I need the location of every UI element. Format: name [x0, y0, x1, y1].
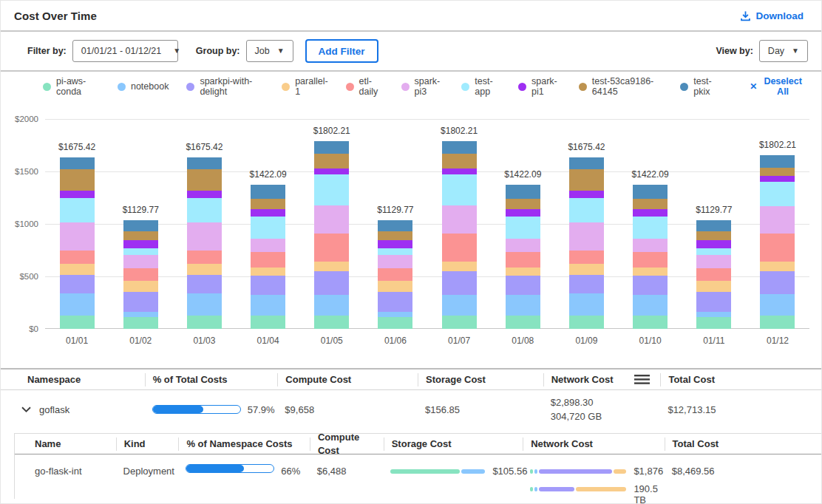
- bar-segment-test-53ca9186-64145[interactable]: [187, 169, 222, 191]
- bar-segment-notebook[interactable]: [60, 293, 95, 316]
- bar-segment-notebook[interactable]: [569, 293, 604, 316]
- bar-segment-etl-daily[interactable]: [187, 251, 222, 265]
- bar-segment-etl-daily[interactable]: [314, 234, 349, 262]
- bar-segment-spark-pi3[interactable]: [696, 255, 731, 269]
- deselect-all-button[interactable]: ✕ Deselect All: [745, 75, 808, 98]
- bar-segment-test-pkix[interactable]: [314, 141, 349, 154]
- bar-segment-test-53ca9186-64145[interactable]: [123, 231, 158, 241]
- bar-segment-spark-pi1[interactable]: [251, 209, 285, 217]
- bar-segment-test-app[interactable]: [506, 217, 540, 239]
- bar-segment-test-app[interactable]: [187, 198, 222, 222]
- bar-segment-test-53ca9186-64145[interactable]: [251, 199, 285, 210]
- bar-segment-test-pkix[interactable]: [442, 141, 477, 154]
- bar-segment-parallel-1[interactable]: [60, 264, 95, 275]
- bar-segment-etl-daily[interactable]: [506, 252, 540, 268]
- legend-item[interactable]: sparkpi-with-delight: [186, 76, 264, 97]
- bar-segment-pi-aws-conda[interactable]: [696, 317, 731, 329]
- legend-item[interactable]: etl-daily: [346, 76, 384, 97]
- bar-segment-etl-daily[interactable]: [123, 268, 158, 281]
- bar-segment-notebook[interactable]: [314, 295, 349, 316]
- bar-segment-parallel-1[interactable]: [314, 262, 349, 271]
- legend-item[interactable]: spark-pi3: [401, 76, 444, 97]
- bar-segment-sparkpi-with-delight[interactable]: [506, 276, 540, 295]
- bar-segment-pi-aws-conda[interactable]: [442, 316, 477, 329]
- bar-segment-etl-daily[interactable]: [442, 234, 477, 262]
- bar-segment-spark-pi3[interactable]: [314, 205, 349, 233]
- bar-segment-test-app[interactable]: [378, 248, 412, 255]
- bar-segment-notebook[interactable]: [442, 295, 477, 316]
- stacked-bar[interactable]: [569, 157, 604, 329]
- bar-segment-sparkpi-with-delight[interactable]: [187, 275, 222, 293]
- bar-segment-pi-aws-conda[interactable]: [633, 316, 668, 329]
- namespace-row-goflask[interactable]: goflask 57.9% $9,658 $156.85 $2,898.30 3…: [1, 390, 821, 429]
- bar-segment-notebook[interactable]: [378, 312, 412, 317]
- bar-segment-notebook[interactable]: [123, 312, 158, 317]
- bar-segment-spark-pi1[interactable]: [633, 209, 668, 217]
- bar-segment-etl-daily[interactable]: [251, 252, 285, 268]
- stacked-bar[interactable]: [506, 185, 540, 329]
- bar-segment-test-app[interactable]: [314, 174, 349, 205]
- bar-segment-spark-pi1[interactable]: [569, 191, 604, 198]
- bar-segment-spark-pi1[interactable]: [506, 209, 540, 217]
- bar-segment-spark-pi1[interactable]: [760, 176, 795, 182]
- col-inner-storage-cost[interactable]: Storage Cost: [384, 437, 523, 451]
- bar-segment-parallel-1[interactable]: [442, 262, 477, 271]
- bar-segment-etl-daily[interactable]: [378, 268, 412, 281]
- bar-segment-parallel-1[interactable]: [569, 264, 604, 275]
- bar-segment-test-app[interactable]: [696, 248, 731, 255]
- legend-item[interactable]: notebook: [118, 81, 169, 92]
- col-compute-cost[interactable]: Compute Cost: [277, 373, 418, 386]
- bar-segment-test-53ca9186-64145[interactable]: [696, 231, 731, 241]
- bar-segment-pi-aws-conda[interactable]: [187, 316, 222, 329]
- legend-item[interactable]: test-pkix: [680, 76, 720, 97]
- bar-segment-spark-pi1[interactable]: [123, 240, 158, 248]
- date-range-dropdown[interactable]: 01/01/21 - 01/12/21 ▼: [72, 40, 178, 62]
- download-button[interactable]: Download: [736, 10, 809, 22]
- bar-segment-pi-aws-conda[interactable]: [506, 316, 540, 329]
- bar-segment-etl-daily[interactable]: [760, 234, 795, 262]
- bar-segment-sparkpi-with-delight[interactable]: [569, 275, 604, 293]
- col-pct-total[interactable]: % of Total Costs: [145, 373, 278, 386]
- bar-segment-pi-aws-conda[interactable]: [251, 316, 285, 329]
- legend-item[interactable]: spark-pi1: [518, 76, 561, 97]
- legend-item[interactable]: test-app: [461, 76, 500, 97]
- bar-segment-etl-daily[interactable]: [60, 251, 95, 265]
- bar-segment-spark-pi3[interactable]: [378, 255, 412, 269]
- col-inner-total-cost[interactable]: Total Cost: [665, 437, 821, 451]
- bar-segment-pi-aws-conda[interactable]: [569, 316, 604, 329]
- bar-segment-sparkpi-with-delight[interactable]: [760, 271, 795, 294]
- stacked-bar[interactable]: [251, 185, 285, 329]
- bar-segment-spark-pi3[interactable]: [442, 205, 477, 233]
- legend-item[interactable]: parallel-1: [282, 76, 327, 97]
- col-name[interactable]: Name: [15, 437, 116, 451]
- bar-segment-test-pkix[interactable]: [378, 220, 412, 231]
- bar-segment-test-app[interactable]: [442, 174, 477, 205]
- bar-segment-test-53ca9186-64145[interactable]: [60, 169, 95, 191]
- stacked-bar[interactable]: [123, 220, 158, 329]
- bar-segment-spark-pi3[interactable]: [187, 222, 222, 251]
- bar-segment-test-pkix[interactable]: [696, 220, 731, 231]
- bar-segment-sparkpi-with-delight[interactable]: [378, 292, 412, 312]
- bar-segment-spark-pi3[interactable]: [569, 222, 604, 251]
- bar-segment-sparkpi-with-delight[interactable]: [696, 292, 731, 312]
- bar-segment-spark-pi3[interactable]: [60, 222, 95, 251]
- bar-segment-spark-pi1[interactable]: [442, 168, 477, 174]
- bar-segment-spark-pi3[interactable]: [633, 239, 668, 252]
- bar-segment-spark-pi1[interactable]: [60, 191, 95, 198]
- bar-segment-test-app[interactable]: [60, 198, 95, 222]
- bar-segment-parallel-1[interactable]: [760, 262, 795, 271]
- bar-segment-pi-aws-conda[interactable]: [123, 317, 158, 329]
- bar-segment-notebook[interactable]: [760, 294, 795, 316]
- stacked-bar[interactable]: [633, 185, 668, 329]
- bar-segment-test-app[interactable]: [633, 217, 668, 239]
- col-kind[interactable]: Kind: [116, 437, 179, 451]
- bar-segment-test-app[interactable]: [569, 198, 604, 222]
- bar-segment-test-53ca9186-64145[interactable]: [760, 168, 795, 176]
- workload-row-go-flask-int[interactable]: go-flask-int Deployment 66% $6,488 $105.…: [15, 454, 821, 499]
- bar-segment-spark-pi3[interactable]: [506, 239, 540, 252]
- bar-segment-sparkpi-with-delight[interactable]: [251, 276, 285, 295]
- bar-segment-spark-pi3[interactable]: [760, 206, 795, 234]
- add-filter-button[interactable]: Add Filter: [305, 39, 378, 63]
- bar-segment-parallel-1[interactable]: [506, 268, 540, 276]
- bar-segment-pi-aws-conda[interactable]: [378, 317, 412, 329]
